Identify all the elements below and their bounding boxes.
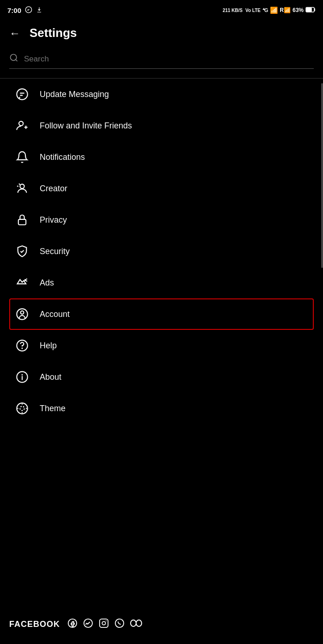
menu-item-account[interactable]: Account bbox=[9, 298, 314, 330]
4g-label: ⁴G bbox=[263, 7, 269, 13]
status-left: 7:00 bbox=[7, 6, 42, 15]
menu-list: Update Messaging Follow and Invite Frien… bbox=[0, 79, 323, 424]
menu-item-creator[interactable]: Creator bbox=[9, 173, 314, 204]
theme-icon bbox=[15, 401, 30, 416]
ads-label: Ads bbox=[40, 278, 54, 288]
status-time: 7:00 bbox=[7, 6, 21, 14]
menu-item-update-messaging[interactable]: Update Messaging bbox=[9, 79, 314, 110]
svg-rect-2 bbox=[306, 8, 311, 12]
status-bar: 7:00 211 KB/S Vo LTE ⁴G 📶 R📶 63% bbox=[0, 0, 323, 18]
footer: FACEBOOK bbox=[9, 618, 314, 630]
svg-rect-24 bbox=[100, 619, 108, 627]
messaging-icon bbox=[15, 87, 30, 102]
add-person-icon bbox=[15, 118, 30, 133]
footer-icons bbox=[67, 618, 142, 630]
battery-icon bbox=[305, 7, 316, 13]
svg-point-6 bbox=[20, 184, 24, 188]
menu-item-theme[interactable]: Theme bbox=[9, 393, 314, 424]
roaming-signal-icon: R📶 bbox=[280, 7, 291, 13]
svg-point-19 bbox=[22, 412, 23, 413]
oculus-footer-icon bbox=[130, 620, 142, 629]
header: ← Settings bbox=[0, 18, 323, 48]
svg-point-8 bbox=[25, 279, 26, 280]
signal-icon: 📶 bbox=[270, 6, 278, 14]
svg-point-29 bbox=[136, 620, 142, 626]
theme-label: Theme bbox=[40, 404, 66, 413]
back-button[interactable]: ← bbox=[9, 27, 20, 40]
svg-point-20 bbox=[18, 408, 18, 409]
svg-point-25 bbox=[102, 621, 105, 625]
menu-item-follow-invite[interactable]: Follow and Invite Friends bbox=[9, 110, 314, 141]
help-icon bbox=[15, 338, 30, 353]
account-label: Account bbox=[40, 310, 70, 319]
account-icon bbox=[15, 307, 30, 322]
volte-label: Vo LTE bbox=[245, 8, 261, 13]
scrollbar[interactable] bbox=[321, 83, 323, 268]
privacy-label: Privacy bbox=[40, 215, 67, 225]
info-icon bbox=[15, 370, 30, 384]
menu-item-security[interactable]: Security bbox=[9, 236, 314, 267]
menu-item-ads[interactable]: Ads bbox=[9, 267, 314, 298]
update-messaging-label: Update Messaging bbox=[40, 90, 109, 99]
facebook-brand: FACEBOOK bbox=[9, 620, 60, 629]
about-label: About bbox=[40, 372, 61, 382]
svg-point-18 bbox=[22, 404, 23, 405]
download-status-icon bbox=[36, 6, 42, 14]
search-container bbox=[0, 48, 323, 79]
facebook-footer-icon bbox=[67, 618, 78, 630]
svg-point-5 bbox=[19, 122, 23, 126]
creator-icon bbox=[15, 181, 30, 196]
ads-icon bbox=[15, 275, 30, 290]
svg-point-26 bbox=[106, 620, 107, 621]
menu-item-notifications[interactable]: Notifications bbox=[9, 141, 314, 173]
messenger-footer-icon bbox=[83, 618, 93, 630]
menu-item-privacy[interactable]: Privacy bbox=[9, 204, 314, 236]
lock-icon bbox=[15, 213, 30, 227]
svg-point-4 bbox=[17, 89, 27, 99]
status-right: 211 KB/S Vo LTE ⁴G 📶 R📶 63% bbox=[222, 6, 316, 14]
menu-item-about[interactable]: About bbox=[9, 361, 314, 393]
search-icon bbox=[9, 53, 18, 65]
security-label: Security bbox=[40, 247, 70, 256]
svg-point-10 bbox=[21, 311, 24, 314]
battery-percentage: 63% bbox=[293, 7, 304, 13]
svg-point-28 bbox=[131, 620, 136, 626]
svg-point-3 bbox=[11, 55, 17, 61]
menu-item-help[interactable]: Help bbox=[9, 330, 314, 361]
svg-rect-7 bbox=[18, 219, 26, 225]
bell-icon bbox=[15, 150, 30, 164]
notifications-label: Notifications bbox=[40, 152, 85, 162]
network-speed: 211 KB/S bbox=[222, 8, 242, 13]
search-bar[interactable] bbox=[9, 53, 314, 69]
svg-point-12 bbox=[22, 348, 22, 348]
creator-label: Creator bbox=[40, 184, 67, 194]
svg-point-17 bbox=[20, 406, 24, 410]
follow-invite-label: Follow and Invite Friends bbox=[40, 121, 132, 131]
whatsapp-footer-icon bbox=[114, 618, 125, 630]
shield-icon bbox=[15, 244, 30, 259]
search-input[interactable] bbox=[24, 55, 314, 64]
svg-point-21 bbox=[26, 408, 27, 409]
instagram-footer-icon bbox=[99, 618, 109, 630]
whatsapp-status-icon bbox=[25, 6, 32, 15]
svg-point-27 bbox=[115, 619, 124, 627]
help-label: Help bbox=[40, 341, 57, 351]
page-title: Settings bbox=[30, 26, 77, 40]
